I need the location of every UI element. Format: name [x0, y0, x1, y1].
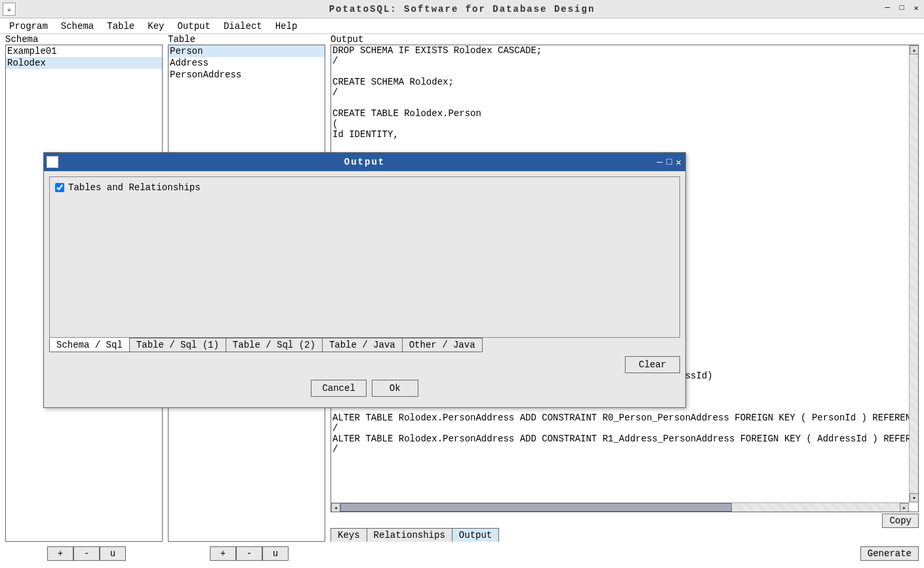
main-titlebar: ☕ PotatoSQL: Software for Database Desig…	[0, 0, 924, 18]
menu-output[interactable]: Output	[171, 20, 216, 33]
dialog-tab-table-sql-2[interactable]: Table / Sql (2)	[226, 338, 323, 352]
dialog-tabs: Schema / Sql Table / Sql (1) Table / Sql…	[49, 338, 680, 352]
table-update-button[interactable]: u	[262, 546, 289, 561]
dialog-tab-table-sql-1[interactable]: Table / Sql (1)	[129, 338, 226, 352]
output-label: Output	[331, 34, 919, 45]
schema-remove-button[interactable]: -	[73, 546, 100, 561]
scroll-thumb[interactable]	[340, 503, 732, 512]
app-icon: ☕	[3, 3, 16, 16]
close-icon[interactable]: ✕	[911, 3, 921, 13]
dialog-tab-other-java[interactable]: Other / Java	[402, 338, 483, 352]
scroll-track[interactable]	[910, 54, 918, 493]
window-title: PotatoSQL: Software for Database Design	[0, 4, 924, 14]
tab-relationships[interactable]: Relationships	[367, 528, 452, 542]
schema-add-button[interactable]: +	[47, 546, 73, 561]
output-hscrollbar[interactable]: ◂ ▸	[331, 502, 909, 512]
dialog-titlebar[interactable]: ☕ Output — □ ✕	[44, 153, 685, 171]
dialog-minimize-icon[interactable]: —	[657, 157, 662, 168]
table-button-group: + - u	[210, 546, 289, 561]
dialog-content: Tables and Relationships	[49, 176, 680, 338]
scroll-down-icon[interactable]: ▾	[910, 493, 919, 502]
output-tabs: Keys Relationships Output	[331, 528, 919, 542]
table-item[interactable]: Address	[169, 57, 325, 69]
table-remove-button[interactable]: -	[236, 546, 262, 561]
copy-button[interactable]: Copy	[882, 514, 919, 528]
schema-label: Schema	[5, 34, 163, 45]
table-add-button[interactable]: +	[210, 546, 236, 561]
footer: + - u + - u Generate	[5, 544, 919, 563]
ok-button[interactable]: Ok	[372, 380, 418, 397]
dialog-tab-schema-sql[interactable]: Schema / Sql	[49, 338, 130, 352]
menu-dialect[interactable]: Dialect	[217, 20, 269, 33]
schema-item[interactable]: Rolodex	[6, 57, 162, 69]
dialog-maximize-icon[interactable]: □	[666, 157, 672, 168]
checkbox-label: Tables and Relationships	[68, 182, 201, 193]
generate-button[interactable]: Generate	[860, 546, 919, 561]
cancel-button[interactable]: Cancel	[311, 380, 366, 397]
scroll-track[interactable]	[340, 503, 900, 512]
scroll-left-icon[interactable]: ◂	[331, 503, 340, 512]
minimize-icon[interactable]: —	[882, 3, 893, 13]
clear-button[interactable]: Clear	[625, 356, 680, 373]
schema-button-group: + - u	[47, 546, 126, 561]
output-dialog: ☕ Output — □ ✕ Tables and Relationships …	[43, 152, 686, 408]
menu-help[interactable]: Help	[269, 20, 304, 33]
tables-relationships-checkbox[interactable]: Tables and Relationships	[55, 182, 674, 193]
menubar: Program Schema Table Key Output Dialect …	[0, 18, 924, 34]
menu-schema[interactable]: Schema	[54, 20, 100, 33]
tab-output[interactable]: Output	[452, 528, 499, 542]
checkbox-input[interactable]	[55, 183, 64, 192]
menu-key[interactable]: Key	[141, 20, 171, 33]
dialog-tab-table-java[interactable]: Table / Java	[322, 338, 403, 352]
menu-table[interactable]: Table	[100, 20, 141, 33]
dialog-title: Output	[44, 157, 685, 167]
menu-program[interactable]: Program	[3, 20, 54, 33]
schema-update-button[interactable]: u	[100, 546, 126, 561]
schema-item[interactable]: Example01	[6, 45, 162, 57]
table-label: Table	[168, 34, 325, 45]
tab-keys[interactable]: Keys	[331, 528, 367, 542]
table-item[interactable]: PersonAddress	[169, 69, 325, 81]
table-item[interactable]: Person	[169, 45, 325, 57]
output-vscrollbar[interactable]: ▴ ▾	[909, 45, 918, 502]
scroll-right-icon[interactable]: ▸	[900, 503, 909, 512]
maximize-icon[interactable]: □	[896, 3, 907, 13]
dialog-close-icon[interactable]: ✕	[676, 157, 681, 168]
scroll-up-icon[interactable]: ▴	[910, 45, 919, 54]
